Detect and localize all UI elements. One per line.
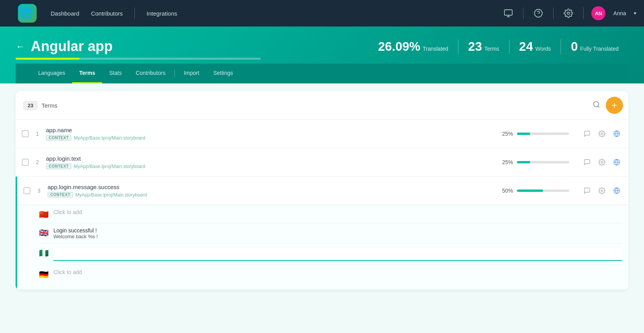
hero-title-area: ← Angular app	[16, 38, 113, 55]
tab-import[interactable]: Import	[177, 64, 206, 83]
term-num-2: 2	[34, 159, 41, 165]
comment-icon-1[interactable]	[582, 128, 593, 139]
hero-stats: 26.09% Translated 23 Terms 24 Words 0 Fu…	[368, 39, 628, 54]
top-navigation: 🌐 Dashboard Contributors Integrations	[0, 0, 644, 27]
term-progress-bar-2	[517, 161, 569, 163]
main-content: 23 Terms + 1 app.name CONTEXT MyApp/Base	[0, 83, 644, 298]
translation-item-de: 🇩🇪 Click to add	[39, 265, 622, 283]
user-avatar: AN	[591, 6, 605, 20]
context-value-3: MyApp/Base.lproj/Main.storyboard	[75, 192, 147, 198]
nav-integrations[interactable]: Integrations	[147, 10, 177, 17]
svg-point-14	[601, 190, 603, 192]
tab-terms[interactable]: Terms	[72, 64, 102, 83]
term-progress-fill-2	[517, 161, 530, 163]
flag-cn: 🇨🇳	[39, 210, 49, 219]
term-progress-fill-1	[517, 133, 530, 135]
context-badge-3: CONTEXT	[48, 192, 73, 198]
terms-container: 23 Terms + 1 app.name CONTEXT MyApp/Base	[16, 91, 628, 290]
stat-terms-label: Terms	[484, 46, 499, 52]
stat-words: 24 Words	[510, 39, 561, 54]
translation-click-cn[interactable]: Click to add	[53, 209, 82, 215]
term-actions-3	[582, 185, 622, 196]
nav-icon-sep-1	[523, 7, 524, 19]
nav-separator-1	[134, 7, 135, 19]
hero-top: ← Angular app 26.09% Translated 23 Terms…	[16, 38, 628, 55]
nav-links: Dashboard Contributors Integrations	[47, 7, 501, 19]
stat-translated-number: 26.09%	[378, 39, 421, 54]
stat-words-label: Words	[535, 46, 551, 52]
translation-click-de[interactable]: Click to add	[53, 269, 82, 275]
term-key-1: app.name	[46, 127, 494, 133]
translate-icon-1[interactable]	[611, 128, 622, 139]
term-actions-2	[582, 157, 622, 168]
term-key-3: app.login.message.success	[48, 184, 494, 190]
tab-languages[interactable]: Languages	[31, 64, 72, 83]
term-checkbox-2[interactable]	[22, 159, 29, 166]
app-logo[interactable]: 🌐	[18, 4, 37, 23]
search-button[interactable]	[591, 99, 602, 112]
term-context-2: CONTEXT MyApp/Base.lproj/Main.storyboard	[46, 163, 494, 169]
svg-rect-0	[504, 10, 512, 15]
translation-item-cn: 🇨🇳 Click to add	[39, 205, 622, 223]
flag-gb: 🇬🇧	[39, 228, 49, 237]
gear-icon-2[interactable]	[596, 157, 607, 168]
translation-input-ng[interactable]	[53, 248, 622, 261]
gear-icon-1[interactable]	[596, 128, 607, 139]
stat-translated: 26.09% Translated	[368, 39, 458, 54]
translation-input-wrap-ng	[53, 248, 622, 261]
terms-header: 23 Terms +	[16, 91, 628, 120]
tab-stats[interactable]: Stats	[102, 64, 129, 83]
page-title: Angular app	[31, 38, 113, 55]
tab-separator	[174, 70, 175, 78]
nav-contributors[interactable]: Contributors	[91, 10, 123, 17]
translation-text-gb: Login successful !	[53, 227, 622, 234]
cart-icon[interactable]	[501, 6, 515, 20]
translate-icon-2[interactable]	[611, 157, 622, 168]
help-icon[interactable]	[531, 6, 545, 20]
term-pct-3: 50%	[499, 188, 513, 194]
term-main-3: 3 app.login.message.success CONTEXT MyAp…	[17, 177, 628, 205]
svg-line-7	[598, 106, 600, 107]
hero-section: ← Angular app 26.09% Translated 23 Terms…	[0, 27, 644, 83]
stat-terms: 23 Terms	[458, 39, 510, 54]
term-translations-3: 🇨🇳 Click to add 🇬🇧 Login successful ! We…	[17, 205, 628, 289]
term-num-3: 3	[35, 188, 43, 194]
settings-icon[interactable]	[561, 6, 575, 20]
user-name-label[interactable]: Anna	[613, 10, 626, 16]
comment-icon-3[interactable]	[582, 185, 593, 196]
add-term-button[interactable]: +	[606, 97, 623, 114]
translation-item-ng: 🇳🇬	[39, 244, 622, 265]
term-row-expanded: 3 app.login.message.success CONTEXT MyAp…	[16, 177, 628, 290]
term-progress-area-2: 25%	[499, 159, 569, 165]
tabs-bar: Languages Terms Stats Contributors Impor…	[16, 64, 628, 83]
term-progress-bar-3	[517, 190, 569, 192]
svg-point-8	[601, 133, 603, 135]
translation-content-gb: Login successful ! Welcome back %s !	[53, 227, 622, 239]
terms-count-badge: 23	[23, 101, 37, 110]
context-badge-1: CONTEXT	[46, 135, 71, 141]
stat-terms-number: 23	[468, 39, 482, 54]
term-key-area-2: app.login.text CONTEXT MyApp/Base.lproj/…	[46, 155, 494, 169]
comment-icon-2[interactable]	[582, 157, 593, 168]
nav-dashboard[interactable]: Dashboard	[51, 10, 79, 17]
term-checkbox-3[interactable]	[23, 187, 30, 194]
nav-icon-sep-2	[553, 7, 554, 19]
term-row: 2 app.login.text CONTEXT MyApp/Base.lpro…	[16, 148, 628, 177]
stat-fully-translated: 0 Fully Translated	[561, 39, 628, 54]
term-checkbox-1[interactable]	[22, 130, 29, 137]
svg-point-11	[601, 161, 603, 163]
term-context-1: CONTEXT MyApp/Base.lproj/Main.storyboard	[46, 135, 494, 141]
user-dropdown-arrow[interactable]: ▾	[634, 11, 636, 16]
translate-icon-3[interactable]	[611, 185, 622, 196]
tab-settings[interactable]: Settings	[206, 64, 240, 83]
gear-icon-3[interactable]	[596, 185, 607, 196]
flag-de: 🇩🇪	[39, 270, 49, 279]
term-row: 1 app.name CONTEXT MyApp/Base.lproj/Main…	[16, 120, 628, 148]
term-progress-bar-1	[517, 133, 569, 135]
tab-contributors[interactable]: Contributors	[129, 64, 172, 83]
stat-words-number: 24	[519, 39, 533, 54]
nav-icon-sep-3	[583, 7, 584, 19]
stat-translated-label: Translated	[423, 46, 448, 52]
back-button[interactable]: ←	[16, 41, 25, 52]
term-actions-1	[582, 128, 622, 139]
